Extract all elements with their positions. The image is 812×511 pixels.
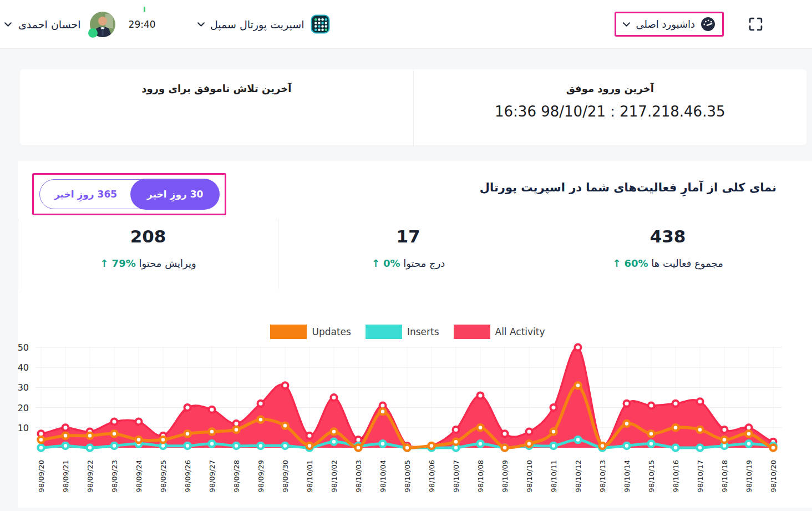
- svg-text:98/10/04: 98/10/04: [379, 460, 387, 492]
- up-arrow-icon: ↑: [100, 257, 108, 269]
- svg-text:98/09/26: 98/09/26: [184, 460, 192, 492]
- dashboard-selector[interactable]: داشبورد اصلی: [623, 17, 715, 32]
- last-successful-login-card: آخرین ورود موفق 16:36 98/10/21 : 217.218…: [413, 69, 807, 145]
- stat-content-edits: 208 ویرایش محتوا ↑ 79%: [18, 219, 278, 289]
- chart-legend: Updates Inserts All Activity: [18, 325, 798, 339]
- svg-text:98/09/28: 98/09/28: [232, 460, 241, 492]
- svg-text:10: 10: [18, 423, 29, 433]
- svg-text:98/10/06: 98/10/06: [428, 460, 436, 492]
- svg-text:98/10/05: 98/10/05: [403, 460, 412, 492]
- inserts-swatch: [366, 325, 402, 339]
- svg-text:98/10/10: 98/10/10: [525, 460, 534, 492]
- legend-item-updates[interactable]: Updates: [270, 325, 351, 339]
- activity-area-chart: 102030405098/09/2098/09/2198/09/2298/09/…: [3, 341, 798, 508]
- svg-text:98/09/25: 98/09/25: [159, 460, 168, 492]
- stat-percent: ↑ 0%: [372, 257, 400, 269]
- stat-value: 17: [278, 226, 538, 246]
- svg-text:98/10/19: 98/10/19: [745, 460, 753, 492]
- stat-percent: ↑ 79%: [100, 257, 135, 269]
- svg-text:98/09/24: 98/09/24: [135, 460, 143, 492]
- svg-text:98/10/08: 98/10/08: [476, 460, 485, 492]
- legend-label: Inserts: [407, 326, 439, 337]
- portal-logo-icon: [310, 14, 331, 34]
- range-30-days-button[interactable]: 30 روزِ اخیر: [130, 179, 220, 210]
- svg-text:98/10/01: 98/10/01: [306, 460, 314, 492]
- annotation-box-dashboard: داشبورد اصلی: [615, 12, 724, 37]
- chevron-down-icon: [4, 22, 12, 27]
- annotation-box-range-toggle: 30 روزِ اخیر 365 روزِ اخیر: [32, 173, 226, 215]
- card-title: آخرین ورود موفق: [414, 83, 807, 94]
- chevron-down-icon: [197, 22, 205, 27]
- date-range-toggle: 30 روزِ اخیر 365 روزِ اخیر: [39, 179, 219, 209]
- svg-text:98/10/17: 98/10/17: [696, 460, 704, 492]
- svg-text:98/10/11: 98/10/11: [550, 460, 558, 492]
- legend-label: Updates: [312, 326, 351, 337]
- svg-text:98/09/21: 98/09/21: [62, 460, 70, 492]
- svg-text:30: 30: [18, 382, 29, 393]
- stat-label: مجموع فعالیت ها ↑ 60%: [538, 257, 798, 269]
- activity-overview-panel: نمای کلی از آمارِ فعالیت‌های شما در اسپر…: [18, 161, 812, 508]
- stat-value: 438: [538, 226, 798, 246]
- svg-text:98/10/07: 98/10/07: [452, 460, 460, 492]
- svg-text:20: 20: [18, 403, 29, 413]
- stat-total-activities: 438 مجموع فعالیت ها ↑ 60%: [538, 219, 798, 289]
- stat-content-inserts: 17 درج محتوا ↑ 0%: [278, 219, 538, 289]
- svg-text:98/09/27: 98/09/27: [208, 460, 216, 492]
- svg-text:40: 40: [18, 362, 29, 373]
- svg-text:98/10/14: 98/10/14: [623, 460, 631, 492]
- stat-value: 208: [18, 226, 278, 246]
- stats-row: 438 مجموع فعالیت ها ↑ 60% 17 درج محتوا ↑…: [18, 219, 798, 289]
- section-title: نمای کلی از آمارِ فعالیت‌های شما در اسپر…: [480, 181, 777, 194]
- card-title: آخرین تلاش ناموفق برای ورود: [20, 83, 413, 94]
- updates-swatch: [270, 325, 307, 339]
- svg-text:98/10/15: 98/10/15: [647, 460, 656, 492]
- login-status-cards: آخرین ورود موفق 16:36 98/10/21 : 217.218…: [20, 69, 806, 145]
- fullscreen-icon: [748, 17, 763, 32]
- online-status-dot: [88, 28, 98, 38]
- user-name: احسان احمدی: [18, 18, 81, 31]
- legend-label: All Activity: [495, 326, 545, 337]
- portal-selector-label: اسپریت پورتال سمپل: [210, 18, 304, 31]
- svg-text:98/10/18: 98/10/18: [720, 460, 729, 492]
- chevron-down-icon: [623, 22, 630, 27]
- menu-button[interactable]: [785, 18, 803, 31]
- all-activity-swatch: [454, 325, 490, 339]
- stat-percent: ↑ 60%: [612, 257, 648, 269]
- svg-text:98/09/23: 98/09/23: [110, 460, 119, 492]
- dashboard-selector-label: داشبورد اصلی: [636, 18, 695, 30]
- overview-header: نمای کلی از آمارِ فعالیت‌های شما در اسپر…: [18, 173, 798, 215]
- last-login-value: 16:36 98/10/21 : 217.218.46.35: [414, 103, 807, 120]
- app-header: داشبورد اصلی اسپریت پورتال سمپل 29:40: [0, 0, 812, 49]
- svg-text:98/10/13: 98/10/13: [598, 460, 607, 492]
- svg-text:98/09/20: 98/09/20: [37, 460, 45, 492]
- svg-text:98/10/02: 98/10/02: [330, 460, 338, 492]
- svg-text:98/10/03: 98/10/03: [354, 460, 363, 492]
- gauge-icon: [701, 17, 715, 32]
- last-failed-login-card: آخرین تلاش ناموفق برای ورود: [20, 69, 413, 145]
- svg-text:98/10/20: 98/10/20: [769, 460, 778, 492]
- fullscreen-button[interactable]: [748, 17, 763, 32]
- svg-text:98/09/22: 98/09/22: [86, 460, 94, 492]
- range-365-days-button[interactable]: 365 روزِ اخیر: [40, 179, 131, 209]
- activity-chart-section: Updates Inserts All Activity 10203040509…: [18, 325, 798, 508]
- stat-label: درج محتوا ↑ 0%: [278, 257, 538, 269]
- up-arrow-icon: ↑: [612, 257, 621, 269]
- stat-label: ویرایش محتوا ↑ 79%: [18, 257, 278, 269]
- legend-item-all-activity[interactable]: All Activity: [454, 325, 545, 339]
- svg-text:50: 50: [18, 342, 29, 353]
- up-arrow-icon: ↑: [372, 257, 380, 269]
- portal-selector[interactable]: اسپریت پورتال سمپل: [197, 14, 331, 34]
- svg-text:98/10/16: 98/10/16: [672, 460, 680, 492]
- svg-text:98/09/29: 98/09/29: [257, 460, 265, 492]
- svg-text:98/10/09: 98/10/09: [501, 460, 509, 492]
- user-avatar[interactable]: [90, 12, 115, 37]
- session-timer: 29:40: [129, 19, 156, 30]
- legend-item-inserts[interactable]: Inserts: [366, 325, 439, 339]
- svg-text:98/09/30: 98/09/30: [281, 460, 290, 492]
- user-menu[interactable]: احسان احمدی: [4, 18, 81, 31]
- svg-text:98/10/12: 98/10/12: [574, 460, 582, 492]
